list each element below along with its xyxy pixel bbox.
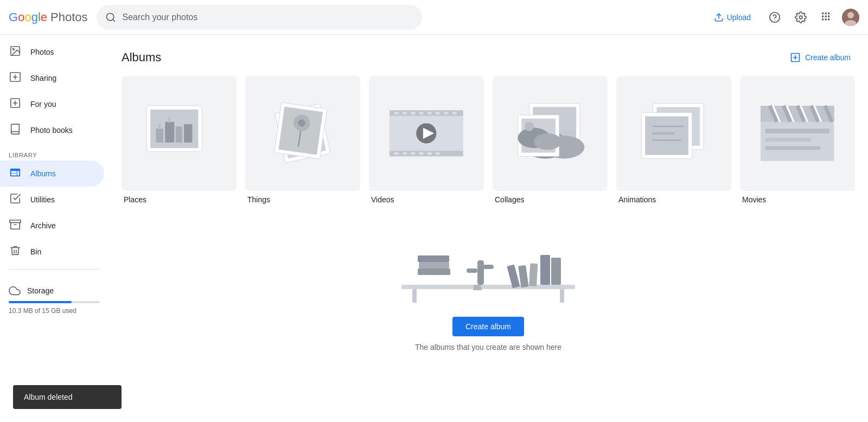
sidebar-item-sharing[interactable]: Sharing [0,65,104,91]
create-album-header-label: Create album [805,53,851,62]
album-name-places: Places [122,195,237,204]
svg-rect-95 [560,289,564,303]
storage-usage-text: 10.3 MB of 15 GB used [9,306,100,316]
sidebar-label-photo-books: Photo books [30,126,73,135]
svg-rect-101 [483,265,494,269]
storage-section: Storage 10.3 MB of 15 GB used [0,276,108,324]
apps-button[interactable] [816,7,838,28]
svg-rect-103 [518,265,528,288]
album-card-videos[interactable]: Videos [369,76,484,204]
svg-rect-106 [551,258,561,285]
svg-rect-97 [419,262,449,268]
empty-state: Create album The albums that you create … [122,221,855,351]
sidebar-label-utilities: Utilities [30,195,55,204]
gear-icon [795,11,807,23]
svg-rect-42 [419,112,423,114]
album-name-movies: Movies [740,195,855,204]
apps-icon [821,11,833,23]
search-bar[interactable]: Search your photos [97,5,422,30]
svg-point-7 [847,12,854,18]
search-placeholder-text: Search your photos [123,12,413,22]
album-thumb-things [245,76,360,191]
album-card-places[interactable]: Places [122,76,237,204]
album-thumb-videos [369,76,484,191]
album-card-things[interactable]: Things [245,76,360,204]
upload-label: Upload [727,13,751,22]
help-button[interactable] [764,7,786,28]
sidebar-item-albums[interactable]: Albums [0,161,104,187]
create-album-header-button[interactable]: Create album [786,48,855,67]
sidebar-item-bin[interactable]: Bin [0,239,104,265]
album-card-animations[interactable]: Animations [616,76,731,204]
upload-icon [714,12,724,22]
cloud-icon [9,285,21,297]
photo-books-icon [9,123,22,138]
create-album-cta-label: Create album [465,322,511,331]
sidebar-item-archive[interactable]: Archive [0,213,104,239]
upload-button[interactable]: Upload [705,8,760,27]
svg-rect-49 [403,152,407,155]
sharing-icon [9,71,22,86]
album-name-collages: Collages [493,195,608,204]
plus-box-icon [790,52,801,63]
storage-bar-track [9,301,100,303]
svg-rect-52 [427,152,432,155]
svg-rect-48 [394,152,399,155]
storage-bar-fill [9,301,72,303]
sidebar-item-utilities[interactable]: Utilities [0,187,104,213]
help-icon [769,11,781,23]
sidebar-item-photos[interactable]: Photos [0,39,104,65]
svg-rect-98 [418,255,449,262]
photos-icon [9,45,22,60]
google-logo-text: Google [9,10,47,24]
storage-label-container: Storage [9,285,100,297]
settings-button[interactable] [790,7,812,28]
sidebar-divider [9,269,100,270]
svg-rect-99 [477,260,484,285]
svg-rect-50 [411,152,415,155]
svg-rect-29 [168,117,170,123]
album-name-things: Things [245,195,360,204]
search-icon [105,12,116,23]
avatar[interactable] [842,9,859,26]
svg-rect-104 [529,263,538,286]
album-thumb-animations [616,76,731,191]
albums-icon [9,167,22,181]
sidebar-label-bin: Bin [30,247,41,256]
main-layout: Photos Sharing For you [0,35,868,422]
storage-text-label: Storage [27,286,54,295]
album-card-movies[interactable]: Movies [740,76,855,204]
svg-rect-91 [765,138,812,142]
library-section-label: LIBRARY [0,143,108,161]
sidebar-label-photos: Photos [30,48,54,56]
svg-rect-39 [394,112,399,114]
create-album-cta-button[interactable]: Create album [452,317,524,336]
svg-rect-26 [176,126,182,143]
album-card-collages[interactable]: Collages [493,76,608,204]
svg-rect-44 [436,112,440,114]
photos-logo-text: Photos [50,10,88,24]
svg-rect-74 [645,117,688,155]
svg-rect-27 [184,124,192,143]
svg-rect-102 [507,264,520,288]
svg-rect-40 [403,112,407,114]
sidebar-label-for-you: For you [30,100,56,108]
svg-rect-47 [390,151,463,156]
sidebar-item-photo-books[interactable]: Photo books [0,117,104,143]
svg-point-70 [525,122,534,131]
content-header: Albums Create album [122,35,855,76]
svg-rect-105 [540,255,550,285]
sidebar-label-archive: Archive [30,221,56,230]
svg-point-69 [534,133,561,150]
logo[interactable]: Google Photos [9,10,88,24]
for-you-icon [9,97,22,112]
svg-rect-43 [427,112,432,114]
sidebar-item-for-you[interactable]: For you [0,91,104,117]
svg-point-5 [799,16,802,19]
svg-rect-28 [159,124,161,129]
utilities-icon [9,193,22,207]
album-thumb-movies [740,76,855,191]
empty-state-illustration [396,239,580,304]
svg-rect-92 [765,146,821,150]
svg-rect-51 [419,152,423,155]
